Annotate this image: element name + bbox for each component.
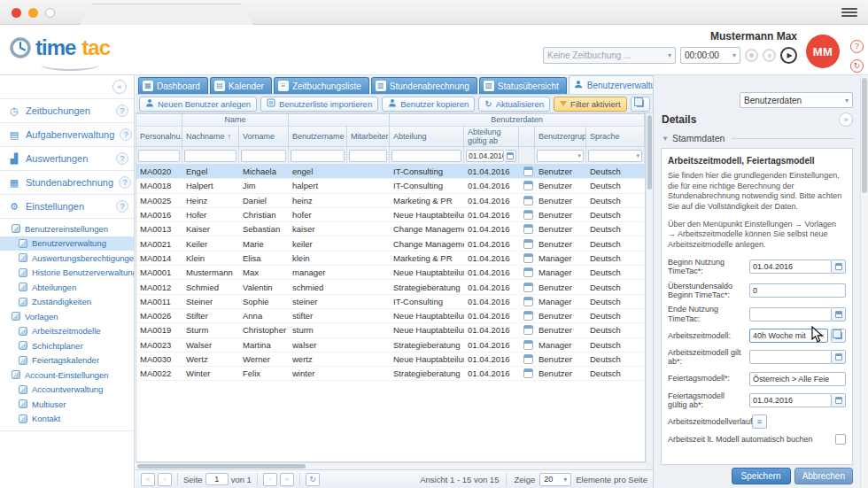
sidebar-item-auswertungen[interactable]: ▟Auswertungen? bbox=[0, 146, 134, 170]
prev-page-button[interactable]: ‹ bbox=[158, 473, 172, 486]
table-row[interactable]: MA0018HalpertJimhalpertIT-Consulting01.0… bbox=[136, 179, 645, 193]
save-button[interactable]: Speichern bbox=[732, 468, 791, 484]
table-row[interactable]: MA0014KleinElisakleinMarketing & PR01.04… bbox=[136, 252, 645, 266]
start-tracking-button[interactable]: ▶ bbox=[780, 47, 797, 64]
calendar-icon[interactable] bbox=[832, 259, 846, 274]
filter-input[interactable] bbox=[241, 150, 286, 162]
sidebar-item-stundenabrechnung[interactable]: ▦Stundenabrechnung? bbox=[0, 170, 134, 194]
field-input[interactable]: Österreich > Alle Feie bbox=[749, 372, 846, 386]
column-header-benutzergrup[interactable]: Benutzergrup... bbox=[535, 127, 586, 146]
table-row[interactable]: MA0030WertzWernerwertzNeue Hauptabteilun… bbox=[136, 352, 645, 367]
sidebar-subitem-feiertagskalender[interactable]: Feiertagskalender bbox=[0, 353, 134, 368]
timer-display[interactable]: 00:00:00 ▾ bbox=[680, 47, 740, 64]
tab-status-bersicht[interactable]: ▧Statusübersicht bbox=[479, 77, 567, 94]
sidebar-subitem-account-einstellungen[interactable]: Account-Einstellungen bbox=[0, 368, 134, 383]
next-page-button[interactable]: › bbox=[263, 473, 277, 486]
history-list-icon[interactable]: ≡ bbox=[752, 414, 767, 429]
column-header-nachname[interactable]: Nachname↑ bbox=[182, 127, 239, 146]
page-input[interactable]: 1 bbox=[205, 473, 229, 485]
table-row[interactable]: MA0016HoferChristianhoferNeue Hauptabtei… bbox=[136, 208, 645, 222]
calendar-icon[interactable] bbox=[523, 368, 533, 378]
checkbox[interactable] bbox=[835, 434, 846, 445]
filter-active-button[interactable]: Filter aktiviert bbox=[554, 97, 626, 112]
table-row[interactable]: MA0001MustermannMaxmanagerNeue Hauptabte… bbox=[136, 266, 645, 280]
calendar-icon[interactable] bbox=[523, 196, 533, 205]
calendar-icon[interactable] bbox=[523, 297, 533, 306]
sidebar-subitem-kontakt[interactable]: Kontakt bbox=[0, 412, 134, 427]
column-header-date-icon[interactable] bbox=[519, 127, 535, 146]
menu-icon[interactable] bbox=[841, 6, 857, 19]
tab-zeitbuchungsliste[interactable]: ≡Zeitbuchungsliste bbox=[274, 77, 369, 94]
copy-grid-button[interactable] bbox=[631, 97, 650, 112]
table-row[interactable]: MA0023WalserMartinawalserStrategieberatu… bbox=[136, 338, 645, 352]
page-size-select[interactable]: 20 ▾ bbox=[539, 473, 571, 486]
column-header-benutzername[interactable]: Benutzername bbox=[289, 127, 347, 146]
table-vertical-scrollbar[interactable] bbox=[646, 113, 653, 462]
calendar-icon[interactable] bbox=[523, 224, 533, 234]
browser-tab[interactable] bbox=[80, 4, 253, 25]
clear-icon[interactable]: × bbox=[818, 331, 825, 340]
column-header-mitarbeiter[interactable]: Mitarbeiter... bbox=[347, 127, 390, 146]
calendar-icon[interactable] bbox=[523, 283, 533, 292]
help-badge-icon[interactable]: ? bbox=[119, 176, 131, 189]
calendar-icon[interactable] bbox=[832, 307, 846, 321]
field-input[interactable]: 40h Woche mit× bbox=[749, 329, 828, 343]
sidebar-subitem-zust-ndigkeiten[interactable]: Zuständigkeiten bbox=[0, 295, 134, 310]
filter-date-input[interactable]: 01.04.2016 bbox=[466, 150, 504, 162]
field-input[interactable] bbox=[749, 350, 832, 364]
sidebar-subitem-schichtplaner[interactable]: Schichtplaner bbox=[0, 338, 134, 353]
import-user-list-button[interactable]: Benutzerliste importieren bbox=[260, 97, 378, 112]
calendar-icon[interactable] bbox=[523, 210, 533, 220]
help-badge-icon[interactable]: ? bbox=[120, 128, 132, 141]
feedback-icon[interactable]: ↻ bbox=[850, 59, 864, 73]
cancel-button[interactable]: Abbrechen bbox=[794, 468, 853, 484]
table-row[interactable]: MA0021KeilerMariekeilerChange Management… bbox=[136, 236, 645, 251]
table-row[interactable]: MA0012SchmiedValentinschmiedStrategieber… bbox=[136, 280, 645, 294]
calendar-icon[interactable] bbox=[523, 167, 533, 176]
table-row[interactable]: MA0022WinterFelixwinterStrategieberatung… bbox=[136, 367, 645, 381]
new-user-button[interactable]: Neuen Benutzer anlegen bbox=[139, 97, 257, 112]
window-close-button[interactable] bbox=[12, 8, 21, 18]
tab-kalender[interactable]: ▤Kalender bbox=[210, 77, 272, 94]
calendar-icon[interactable] bbox=[832, 350, 846, 364]
table-horizontal-scrollbar[interactable] bbox=[136, 462, 646, 469]
tab-dashboard[interactable]: ▦Dashboard bbox=[138, 77, 208, 94]
worktime-model-list-icon[interactable] bbox=[831, 329, 846, 343]
filter-input[interactable] bbox=[391, 150, 461, 162]
tab-stundenabrechnung[interactable]: ▥Stundenabrechnung bbox=[371, 77, 477, 94]
calendar-icon[interactable] bbox=[523, 325, 533, 335]
table-row[interactable]: MA0011SteinerSophiesteinerIT-Consulting0… bbox=[136, 295, 645, 309]
calendar-icon[interactable] bbox=[523, 354, 533, 364]
help-icon[interactable]: ? bbox=[850, 40, 864, 53]
sidebar-subitem-vorlagen[interactable]: Vorlagen bbox=[0, 309, 134, 324]
avatar[interactable]: MM bbox=[806, 35, 840, 68]
timetac-logo[interactable]: time tac bbox=[9, 35, 110, 60]
field-input[interactable] bbox=[749, 307, 832, 321]
sidebar-subitem-arbeitszeitmodelle[interactable]: Arbeitszeitmodelle bbox=[0, 324, 134, 339]
table-row[interactable]: MA0026StifterAnnastifterNeue Hauptabteil… bbox=[136, 309, 645, 323]
sidebar-item-aufgabenverwaltung[interactable]: ▤Aufgabenverwaltung? bbox=[0, 122, 134, 146]
sidebar-subitem-benutzerverwaltung[interactable]: Benutzerverwaltung bbox=[0, 236, 134, 252]
sidebar-subitem-benutzereinstellungen[interactable]: Benutzereinstellungen bbox=[0, 221, 134, 236]
copy-user-button[interactable]: Benutzer kopieren bbox=[382, 97, 475, 112]
filter-input[interactable] bbox=[184, 150, 236, 162]
column-header-sprache[interactable]: Sprache bbox=[586, 127, 645, 146]
sidebar-subitem-abteilungen[interactable]: Abteilungen bbox=[0, 280, 134, 295]
sidebar-subitem-accountverwaltung[interactable]: Accountverwaltung bbox=[0, 383, 134, 398]
sidebar-subitem-historie-benutzerverwaltung[interactable]: Historie Benutzerverwaltung bbox=[0, 266, 134, 281]
calendar-icon[interactable] bbox=[832, 393, 846, 407]
calendar-icon[interactable] bbox=[523, 181, 533, 190]
filter-input[interactable] bbox=[138, 150, 180, 162]
table-row[interactable]: MA0019SturmChristophersturmNeue Hauptabt… bbox=[136, 323, 645, 337]
field-input[interactable]: 01.04.2016 bbox=[749, 393, 832, 407]
sidebar-item-einstellungen[interactable]: ⚙Einstellungen? bbox=[0, 194, 134, 218]
window-maximize-button[interactable] bbox=[45, 8, 55, 18]
calendar-icon[interactable] bbox=[523, 253, 533, 263]
time-tracking-select[interactable]: Keine Zeitbuchung ... ▾ bbox=[543, 47, 676, 64]
last-page-button[interactable]: » bbox=[280, 473, 294, 486]
table-row[interactable]: MA0020EngelMichaelaengelIT-Consulting01.… bbox=[136, 165, 645, 179]
help-badge-icon[interactable]: ? bbox=[116, 105, 128, 117]
details-collapse-button[interactable]: » bbox=[839, 112, 853, 127]
sidebar-subitem-auswertungsberechtigungen[interactable]: Auswertungsberechtigungen bbox=[0, 251, 134, 266]
window-minimize-button[interactable] bbox=[28, 8, 38, 18]
